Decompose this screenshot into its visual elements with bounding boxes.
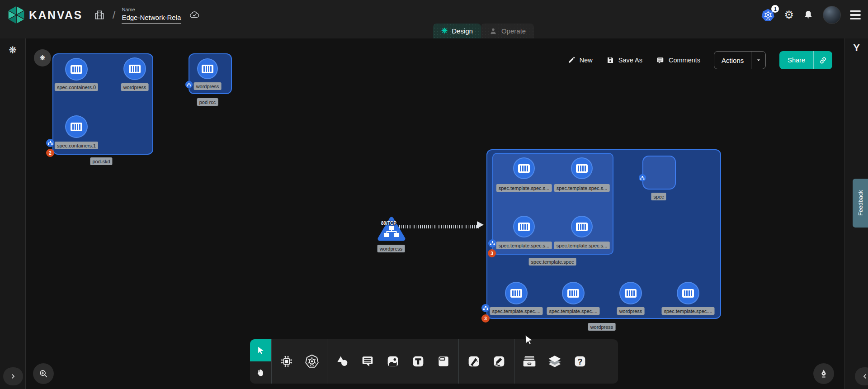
container-icon — [518, 164, 530, 173]
node-wordpress-service[interactable] — [377, 216, 406, 242]
actions-split-button[interactable]: Actions — [714, 51, 766, 69]
node-label: spec — [651, 193, 666, 200]
layers-tool-button[interactable] — [544, 348, 565, 375]
select-tool-button[interactable] — [250, 339, 271, 361]
node-bottom-1[interactable] — [562, 282, 585, 304]
container-icon — [71, 65, 82, 74]
hamburger-menu-icon[interactable] — [850, 10, 861, 19]
pencil-scribble-icon — [492, 354, 506, 369]
design-canvas[interactable]: New Save As Comments Actions — [26, 38, 844, 389]
container-icon — [625, 289, 637, 298]
node-template-container-0[interactable] — [513, 157, 535, 179]
canvas-toolbar: ? — [250, 339, 618, 384]
freehand-draw-tool-button[interactable] — [489, 348, 509, 375]
shapes-icon — [335, 354, 349, 369]
settings-gear-icon[interactable]: ⚙ — [784, 9, 794, 20]
pod-badge-icon[interactable] — [488, 239, 496, 247]
breadcrumb-separator: / — [113, 9, 116, 21]
container-icon — [576, 223, 588, 231]
kubernetes-context-icon[interactable]: 1 — [761, 8, 775, 22]
copy-link-button[interactable] — [813, 51, 832, 69]
left-rail: ❋ — [0, 38, 26, 389]
operate-tab-icon — [489, 27, 497, 35]
node-template-container-1[interactable] — [571, 157, 593, 179]
k8s-resource-badge-icon[interactable] — [481, 304, 490, 312]
drawer-tool-button[interactable] — [519, 348, 540, 375]
collapse-right-panel-button[interactable] — [855, 367, 868, 385]
node-spec-containers-0[interactable] — [65, 58, 88, 81]
edge-arrowhead — [477, 221, 484, 228]
comment-tool-button[interactable] — [357, 348, 378, 375]
image-tool-button[interactable] — [382, 348, 403, 375]
node-template-container-2[interactable] — [513, 216, 535, 237]
node-label: spec.template.spec.... — [490, 307, 543, 315]
node-wordpress-container[interactable] — [123, 57, 146, 80]
name-field-label: Name — [122, 7, 181, 13]
question-mark-icon: ? — [573, 354, 587, 369]
comments-button[interactable]: Comments — [656, 56, 700, 65]
node-label: spec.containers.1 — [55, 142, 98, 149]
mouse-cursor — [525, 335, 535, 346]
pod-badge-icon[interactable] — [185, 81, 193, 88]
group-label: wordpress — [588, 323, 616, 331]
new-button[interactable]: New — [567, 56, 593, 64]
save-as-button[interactable]: Save As — [606, 56, 642, 64]
chip-icon — [279, 354, 294, 369]
floppy-disk-icon — [606, 56, 614, 64]
node-bottom-3[interactable] — [677, 282, 699, 304]
app-header: KANVAS / Name ❋ Design — [0, 0, 868, 38]
pod-badge-icon[interactable] — [46, 139, 54, 147]
kubernetes-helm-icon — [304, 354, 320, 369]
organization-icon[interactable] — [94, 9, 105, 21]
design-name-input[interactable] — [122, 13, 181, 24]
group-spec-template-spec[interactable] — [492, 153, 613, 255]
sticky-note-icon — [436, 354, 451, 369]
node-template-container-3[interactable] — [571, 216, 593, 237]
tab-operate[interactable]: Operate — [481, 24, 534, 38]
node-bottom-0[interactable] — [505, 282, 528, 304]
user-avatar[interactable] — [823, 6, 841, 24]
error-count-badge[interactable]: 3 — [488, 249, 496, 257]
integrations-tool-button[interactable] — [276, 348, 297, 375]
error-count-badge[interactable]: 3 — [481, 314, 490, 323]
zoom-button[interactable] — [33, 363, 54, 384]
expand-left-panel-button[interactable] — [3, 367, 23, 385]
feedback-tab[interactable]: Feedback — [853, 179, 868, 228]
pen-tool-icon — [467, 354, 481, 369]
kubernetes-tool-button[interactable] — [302, 348, 322, 375]
error-count-badge[interactable]: 2 — [46, 149, 54, 157]
tab-design[interactable]: ❋ Design — [433, 24, 481, 38]
actions-dropdown-caret[interactable] — [751, 52, 765, 69]
share-split-button[interactable]: Share — [779, 51, 832, 69]
node-label: spec.template.spec.s... — [554, 242, 610, 249]
share-button-label[interactable]: Share — [779, 51, 813, 69]
shapes-tool-button[interactable] — [332, 348, 353, 375]
text-icon — [411, 354, 425, 369]
meshery-spiral-icon[interactable]: ❋ — [9, 45, 17, 56]
pen-tool-button[interactable] — [463, 348, 484, 375]
node-spec[interactable] — [642, 156, 676, 190]
hand-icon — [256, 368, 265, 377]
pan-tool-button[interactable] — [250, 361, 271, 384]
notifications-bell-icon[interactable] — [803, 9, 814, 20]
comment-icon — [656, 56, 665, 65]
cloud-saved-icon — [189, 9, 200, 20]
comment-icon — [360, 354, 375, 369]
new-button-label: New — [580, 57, 593, 64]
y-icon[interactable]: Y — [853, 42, 860, 54]
pod-badge-icon[interactable] — [639, 174, 646, 181]
actions-button-label[interactable]: Actions — [714, 52, 751, 69]
node-wordpress-container-rcc[interactable] — [197, 58, 218, 79]
annotate-pen-button[interactable] — [813, 363, 834, 384]
text-tool-button[interactable] — [408, 348, 429, 375]
sticky-note-tool-button[interactable] — [433, 348, 454, 375]
container-icon — [510, 289, 522, 298]
design-tab-icon: ❋ — [441, 27, 448, 35]
operate-tab-label: Operate — [501, 27, 526, 35]
asterisk-button[interactable]: ❋ — [34, 49, 51, 66]
help-tool-button[interactable]: ? — [570, 348, 590, 375]
node-spec-containers-1[interactable] — [65, 115, 88, 138]
edge-service-to-deployment[interactable] — [399, 225, 479, 228]
node-bottom-wordpress[interactable] — [619, 282, 642, 304]
design-tab-label: Design — [452, 27, 473, 35]
